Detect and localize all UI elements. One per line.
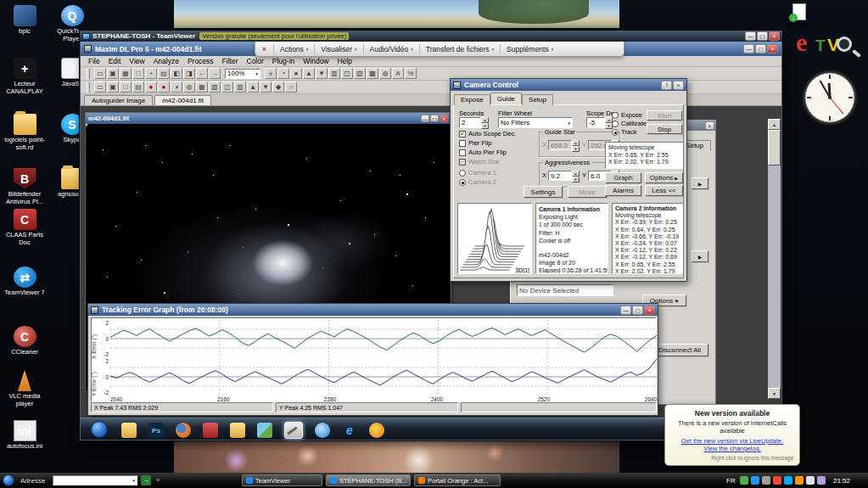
tab-expose[interactable]: Expose: [454, 94, 490, 105]
camera1-radio[interactable]: Camera 1: [459, 169, 496, 177]
clock-gadget[interactable]: [800, 68, 860, 127]
toolbar-grip[interactable]: [87, 69, 90, 79]
tab-setup[interactable]: Setup: [522, 94, 553, 105]
taskbar-button-portail-orange[interactable]: Portail Orange : Act...: [414, 474, 501, 486]
image-window-titlebar[interactable]: m42-004d1.fit — ▢ ×: [86, 113, 451, 124]
app-grid-icon[interactable]: [203, 423, 218, 438]
menu-analyze[interactable]: Analyze: [149, 57, 183, 65]
menu-help[interactable]: Help: [333, 57, 356, 65]
alarms-button[interactable]: Alarms: [605, 185, 641, 196]
toolbar-icon[interactable]: ±: [265, 68, 277, 79]
toolbar-icon[interactable]: ●: [145, 81, 157, 93]
firefox-icon[interactable]: [176, 423, 191, 438]
minimize-button[interactable]: —: [745, 31, 756, 41]
toolbar-icon[interactable]: ▥: [234, 81, 246, 93]
toolbar-icon[interactable]: ◔: [277, 68, 289, 79]
menu-filter[interactable]: Filter: [218, 57, 243, 65]
close-session-icon[interactable]: ×: [255, 45, 273, 53]
browser-globe-icon[interactable]: [315, 423, 330, 438]
toolbar-icon[interactable]: ←: [196, 68, 208, 79]
stop-button[interactable]: Stop: [647, 124, 682, 134]
desktop-icon-vlc[interactable]: VLC media player: [2, 370, 48, 407]
taskbar-button-teamviewer[interactable]: TeamViewer: [242, 474, 322, 486]
remote-start-button[interactable]: [91, 421, 108, 438]
desktop-icon-bitdefender[interactable]: B Bitdefender Antivirus Pl...: [2, 168, 48, 205]
seconds-spinner[interactable]: ▲▼: [481, 117, 489, 128]
help-button[interactable]: ?: [661, 81, 672, 90]
tray-icon-security[interactable]: [773, 476, 781, 485]
toolbar-icon[interactable]: ▤: [132, 81, 144, 93]
close-button[interactable]: ×: [673, 81, 684, 90]
tools-icon[interactable]: [284, 422, 303, 439]
watch-star-checkbox[interactable]: Watch Star: [459, 158, 500, 165]
minimize-button[interactable]: —: [620, 306, 631, 315]
desktop-icon-autofocus[interactable]: ini autofocus.ini: [2, 420, 48, 451]
toolbar-icon[interactable]: ▣: [107, 81, 119, 93]
tray-icon-volume[interactable]: [762, 476, 770, 485]
toolbar-icon[interactable]: ▭: [94, 81, 106, 93]
desktop-icon-logiciels[interactable]: logiciels point-soft.rd: [2, 114, 48, 151]
expose-radio[interactable]: Expose: [612, 111, 642, 119]
scroll-thumb[interactable]: [768, 130, 781, 165]
desktop-icon-teamviewer[interactable]: ⇄ TeamViewer 7: [2, 266, 48, 297]
toolbar-icon[interactable]: ▦: [196, 81, 208, 93]
maximize-button[interactable]: ▢: [632, 306, 643, 315]
tracking-titlebar[interactable]: Tracking Error Graph (from 20:08:00) — ▢…: [88, 304, 658, 316]
minimize-button[interactable]: —: [421, 115, 429, 122]
close-button[interactable]: ×: [769, 31, 780, 41]
menu-process[interactable]: Process: [183, 57, 218, 65]
toolbar-icon[interactable]: ◆: [272, 81, 284, 93]
camera-control-titlebar[interactable]: Camera Control ? ×: [451, 79, 686, 91]
clock[interactable]: 21:52: [833, 477, 850, 485]
tab-m42-004d1[interactable]: m42-004d1.fit: [154, 95, 211, 105]
toolbar-icon[interactable]: ▩: [367, 68, 378, 79]
toolbar-icon[interactable]: ●: [290, 68, 302, 79]
toolbar-icon[interactable]: ▣: [107, 68, 119, 79]
pier-flip-checkbox[interactable]: Pier Flip: [459, 139, 492, 147]
menu-window[interactable]: Window: [299, 57, 333, 65]
media-player-icon[interactable]: [369, 423, 384, 438]
photoshop-icon[interactable]: Ps: [148, 423, 164, 438]
toolbar-grip[interactable]: [87, 82, 90, 93]
tray-icon-misc-2[interactable]: [817, 476, 826, 485]
menu-plugin[interactable]: Plug-in: [268, 57, 299, 65]
aggr-x-input[interactable]: 9.2: [548, 171, 572, 181]
toolbar-icon[interactable]: %: [405, 68, 417, 79]
toolbar-icon[interactable]: ◍: [183, 81, 195, 93]
menu-edit[interactable]: Edit: [104, 57, 126, 65]
close-button[interactable]: ×: [644, 306, 655, 315]
toolbar-icon[interactable]: ▥: [328, 68, 340, 79]
close-button[interactable]: ×: [440, 115, 448, 122]
aggr-x-spinner[interactable]: ▲▼: [572, 171, 580, 181]
close-button[interactable]: ×: [767, 44, 778, 53]
filter-wheel-select[interactable]: No Filters ▾: [498, 117, 573, 128]
toolbar-icon[interactable]: ▼: [260, 81, 272, 93]
tray-icon-status[interactable]: [740, 476, 748, 485]
move-button[interactable]: Move: [568, 186, 607, 198]
vertical-scrollbar[interactable]: ▲ ▼: [768, 119, 781, 399]
address-go-button[interactable]: →: [141, 475, 151, 485]
track-radio[interactable]: Track: [612, 128, 636, 136]
tray-icon-misc[interactable]: [806, 476, 815, 485]
language-indicator[interactable]: FR: [726, 477, 736, 485]
update-link[interactable]: Get the new version via LiveUpdate.: [671, 437, 793, 445]
tray-icon-updates[interactable]: [795, 476, 804, 485]
start-button[interactable]: [3, 474, 14, 486]
zoom-combo[interactable]: 100% ▾: [225, 69, 260, 79]
maximize-button[interactable]: ▢: [430, 115, 439, 122]
auto-pier-flip-checkbox[interactable]: Auto Pier Flip: [459, 149, 507, 156]
toolbar-icon[interactable]: →: [209, 68, 221, 79]
toolbar-icon[interactable]: □: [120, 81, 132, 93]
start-button[interactable]: Start: [647, 110, 682, 121]
expand-button[interactable]: ▶: [692, 177, 708, 189]
desktop-icon-bplc[interactable]: bplc: [2, 5, 48, 36]
changelog-link[interactable]: View the changelog.: [671, 445, 793, 452]
tab-autoguider-image[interactable]: Autoguider Image: [84, 95, 153, 105]
folder-icon[interactable]: [121, 423, 137, 438]
expand-button-2[interactable]: ▶: [692, 250, 708, 262]
toolbar-icon[interactable]: ▦: [120, 68, 132, 79]
desktop-icon-profond[interactable]: ↓ profond: [777, 3, 821, 29]
toolbar-icon[interactable]: ▧: [209, 81, 221, 93]
camera2-radio[interactable]: Camera 2: [459, 178, 496, 186]
disconnect-all-button[interactable]: Disconnect All: [651, 344, 708, 356]
